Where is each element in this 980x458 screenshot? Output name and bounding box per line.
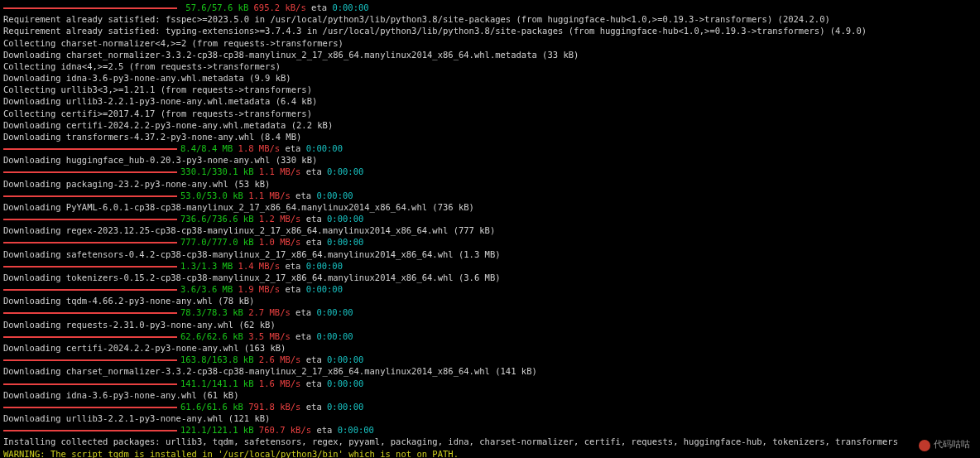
- progress-rate: 1.6 MB/s: [259, 378, 301, 388]
- progress-eta: 0:00:00: [306, 261, 343, 271]
- progress-cur: 777.0: [180, 237, 207, 247]
- progress-bar-icon: [3, 312, 177, 314]
- progress-line: 78.3/78.3 kB 2.7 MB/s eta 0:00:00: [3, 306, 977, 318]
- progress-line: 61.6/61.6 kB 791.8 kB/s eta 0:00:00: [3, 401, 977, 412]
- progress-total: 330.1 kB: [212, 166, 254, 176]
- progress-total: 736.6 kB: [212, 214, 254, 224]
- download-line: Downloading regex-2023.12.25-cp38-cp38-m…: [3, 224, 977, 236]
- progress-cur: 61.6: [180, 402, 201, 412]
- progress-rate: 791.8 kB/s: [248, 402, 300, 412]
- download-line: Downloading tqdm-4.66.2-py3-none-any.whl…: [3, 295, 977, 306]
- download-line: Downloading tokenizers-0.15.2-cp38-cp38-…: [3, 272, 977, 283]
- progress-eta: 0:00:00: [316, 307, 353, 317]
- progress-cur: 141.1: [180, 378, 207, 388]
- progress-total: 1.3 MB: [201, 261, 233, 271]
- progress-total: 53.0 kB: [207, 190, 243, 200]
- progress-eta: 0:00:00: [327, 237, 363, 247]
- progress-total: 61.6 kB: [207, 402, 243, 412]
- progress-rate: 695.2 kB/s: [254, 2, 306, 12]
- progress-eta: 0:00:00: [327, 214, 363, 224]
- progress-eta: 0:00:00: [338, 425, 374, 435]
- progress-rate: 1.2 MB/s: [259, 214, 301, 224]
- progress-line: 121.1/121.1 kB 760.7 kB/s eta 0:00:00: [3, 424, 977, 436]
- progress-total: 3.6 MB: [201, 284, 233, 294]
- progress-cur: 78.3: [180, 307, 201, 317]
- progress-total: 8.4 MB: [201, 143, 233, 153]
- progress-line: 736.6/736.6 kB 1.2 MB/s eta 0:00:00: [3, 213, 977, 224]
- progress-rate: 1.1 MB/s: [248, 190, 291, 200]
- collecting-dl-line: Downloading idna-3.6-py3-none-any.whl.me…: [3, 72, 977, 84]
- progress-eta: 0:00:00: [332, 2, 368, 12]
- download-line: Downloading safetensors-0.4.2-cp38-cp38-…: [3, 248, 977, 260]
- progress-cur: 8.4: [180, 143, 196, 153]
- collecting-line: Collecting idna<4,>=2.5 (from requests->…: [3, 60, 977, 72]
- progress-eta: 0:00:00: [306, 284, 343, 294]
- csdn-icon: [919, 440, 930, 451]
- progress-cur: 57.6: [185, 2, 206, 12]
- progress-cur: 330.1: [180, 166, 207, 176]
- progress-eta: 0:00:00: [316, 331, 353, 341]
- warning-line: WARNING: The script tqdm is installed in…: [3, 448, 977, 458]
- progress-cur: 163.8: [180, 354, 207, 364]
- progress-line: 8.4/8.4 MB 1.8 MB/s eta 0:00:00: [3, 142, 977, 154]
- collecting-dl-line: Downloading certifi-2024.2.2-py3-none-an…: [3, 119, 977, 131]
- progress-cur: 736.6: [180, 214, 207, 224]
- progress-total: 78.3 kB: [207, 307, 243, 317]
- progress-bar-icon: [3, 430, 177, 431]
- progress-rate: 1.9 MB/s: [238, 284, 281, 294]
- download-line: Downloading urllib3-2.2.1-py3-none-any.w…: [3, 412, 977, 424]
- progress-line: 330.1/330.1 kB 1.1 MB/s eta 0:00:00: [3, 166, 977, 177]
- progress-line: 53.0/53.0 kB 1.1 MB/s eta 0:00:00: [3, 190, 977, 201]
- progress-rate: 1.4 MB/s: [238, 261, 281, 271]
- download-line: Downloading packaging-23.2-py3-none-any.…: [3, 178, 977, 190]
- progress-bar-icon: [3, 289, 177, 291]
- progress-line: 62.6/62.6 kB 3.5 MB/s eta 0:00:00: [3, 330, 977, 342]
- progress-rate: 1.0 MB/s: [259, 237, 301, 247]
- progress-eta: 0:00:00: [327, 402, 363, 412]
- progress-cur: 1.3: [180, 261, 196, 271]
- progress-rate: 760.7 kB/s: [259, 425, 311, 435]
- progress-bar-icon: [3, 219, 177, 220]
- progress-bar-icon: [3, 359, 177, 361]
- progress-eta: 0:00:00: [327, 378, 363, 388]
- download-line: Downloading huggingface_hub-0.20.3-py3-n…: [3, 154, 977, 166]
- watermark: 代码咕咕: [919, 439, 970, 451]
- progress-eta: 0:00:00: [327, 166, 363, 176]
- progress-line: 1.3/1.3 MB 1.4 MB/s eta 0:00:00: [3, 260, 977, 272]
- progress-total: 141.1 kB: [212, 378, 254, 388]
- progress-total: 163.8 kB: [212, 354, 254, 364]
- progress-bar-icon: [3, 336, 177, 338]
- progress-bar-icon: [3, 195, 177, 197]
- progress-bar-icon: [3, 7, 177, 9]
- progress-rate: 1.8 MB/s: [238, 143, 281, 153]
- progress-rate: 1.1 MB/s: [259, 166, 301, 176]
- progress-total: 62.6 kB: [207, 331, 243, 341]
- progress-total: 121.1 kB: [212, 425, 254, 435]
- progress-cur: 62.6: [180, 331, 201, 341]
- progress-bar-icon: [3, 407, 177, 408]
- download-line: Downloading idna-3.6-py3-none-any.whl (6…: [3, 389, 977, 401]
- progress-line: 57.6/57.6 kB 695.2 kB/s eta 0:00:00: [3, 2, 977, 13]
- collecting-line: Collecting charset-normalizer<4,>=2 (fro…: [3, 37, 977, 49]
- progress-line: 3.6/3.6 MB 1.9 MB/s eta 0:00:00: [3, 283, 977, 295]
- progress-cur: 3.6: [180, 284, 196, 294]
- progress-rate: 2.6 MB/s: [259, 354, 301, 364]
- collecting-dl-line: Downloading urllib3-2.2.1-py3-none-any.w…: [3, 95, 977, 107]
- download-line: Downloading PyYAML-6.0.1-cp38-cp38-manyl…: [3, 201, 977, 213]
- download-line: Downloading charset_normalizer-3.3.2-cp3…: [3, 365, 977, 377]
- progress-cur: 121.1: [180, 425, 207, 435]
- collecting-dl-line: Downloading charset_normalizer-3.3.2-cp3…: [3, 49, 977, 60]
- progress-line: 163.8/163.8 kB 2.6 MB/s eta 0:00:00: [3, 354, 977, 365]
- progress-bar-icon: [3, 266, 177, 268]
- requirement-line: Requirement already satisfied: fsspec>=2…: [3, 13, 977, 25]
- progress-bar-icon: [3, 242, 177, 243]
- progress-bar-icon: [3, 148, 177, 150]
- progress-line: 777.0/777.0 kB 1.0 MB/s eta 0:00:00: [3, 236, 977, 248]
- download-line: Downloading certifi-2024.2.2-py3-none-an…: [3, 342, 977, 354]
- collecting-line: Collecting urllib3<3,>=1.21.1 (from requ…: [3, 84, 977, 95]
- progress-total: 57.6 kB: [212, 2, 248, 12]
- download-line: Downloading transformers-4.37.2-py3-none…: [3, 131, 977, 142]
- collecting-line: Collecting certifi>=2017.4.17 (from requ…: [3, 108, 977, 119]
- progress-eta: 0:00:00: [316, 190, 353, 200]
- progress-rate: 3.5 MB/s: [248, 331, 291, 341]
